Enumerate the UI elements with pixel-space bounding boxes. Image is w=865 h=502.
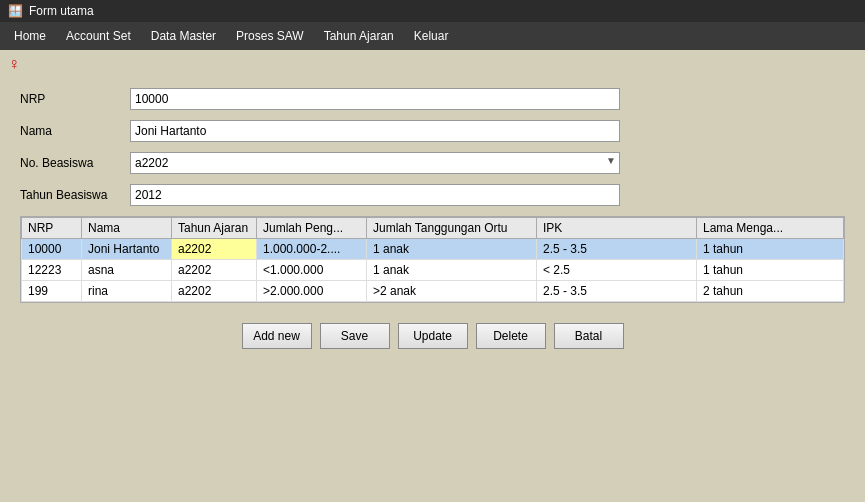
cell-jumlah_tanggungan: 1 anak [367,239,537,260]
menu-bar: Home Account Set Data Master Proses SAW … [0,22,865,50]
icon-bar: ♀ [0,50,865,78]
cell-tahun_ajaran: a2202 [172,281,257,302]
button-bar: Add new Save Update Delete Batal [20,313,845,355]
nama-row: Nama [20,120,845,142]
save-button[interactable]: Save [320,323,390,349]
cell-lama_menga: 2 tahun [697,281,844,302]
col-nrp: NRP [22,218,82,239]
no-beasiswa-label: No. Beasiswa [20,156,130,170]
cell-nama: rina [82,281,172,302]
title-bar: 🪟 Form utama [0,0,865,22]
delete-button[interactable]: Delete [476,323,546,349]
title-bar-text: Form utama [29,4,94,18]
cell-jumlah_peng: <1.000.000 [257,260,367,281]
cell-lama_menga: 1 tahun [697,260,844,281]
cell-nrp: 12223 [22,260,82,281]
nrp-input[interactable] [130,88,620,110]
col-lama-menga: Lama Menga... [697,218,844,239]
nrp-label: NRP [20,92,130,106]
tahun-beasiswa-input[interactable] [130,184,620,206]
col-ipk: IPK [537,218,697,239]
cell-tahun_ajaran: a2202 [172,260,257,281]
cell-nrp: 199 [22,281,82,302]
menu-proses-saw[interactable]: Proses SAW [226,25,314,47]
col-jumlah-tanggungan: Jumlah Tanggungan Ortu [367,218,537,239]
cell-ipk: 2.5 - 3.5 [537,281,697,302]
table-header-row: NRP Nama Tahun Ajaran Jumlah Peng... Jum… [22,218,844,239]
table-row[interactable]: 10000Joni Hartantoa22021.000.000-2....1 … [22,239,844,260]
add-new-button[interactable]: Add new [242,323,312,349]
main-content: NRP Nama No. Beasiswa a2202 Tahun Beasis… [0,78,865,365]
cell-lama_menga: 1 tahun [697,239,844,260]
table-row[interactable]: 199rinaa2202>2.000.000>2 anak2.5 - 3.52 … [22,281,844,302]
menu-account-set[interactable]: Account Set [56,25,141,47]
cell-nama: Joni Hartanto [82,239,172,260]
table-row[interactable]: 12223asnaa2202<1.000.0001 anak< 2.51 tah… [22,260,844,281]
cell-ipk: 2.5 - 3.5 [537,239,697,260]
col-jumlah-peng: Jumlah Peng... [257,218,367,239]
cell-jumlah_peng: >2.000.000 [257,281,367,302]
cell-nama: asna [82,260,172,281]
batal-button[interactable]: Batal [554,323,624,349]
cell-tahun_ajaran: a2202 [172,239,257,260]
tahun-beasiswa-label: Tahun Beasiswa [20,188,130,202]
data-table-container: NRP Nama Tahun Ajaran Jumlah Peng... Jum… [20,216,845,303]
menu-home[interactable]: Home [4,25,56,47]
col-nama: Nama [82,218,172,239]
no-beasiswa-row: No. Beasiswa a2202 [20,152,845,174]
nama-input[interactable] [130,120,620,142]
cell-jumlah_peng: 1.000.000-2.... [257,239,367,260]
no-beasiswa-select-wrapper: a2202 [130,152,620,174]
menu-tahun-ajaran[interactable]: Tahun Ajaran [314,25,404,47]
col-tahun-ajaran: Tahun Ajaran [172,218,257,239]
nrp-row: NRP [20,88,845,110]
cell-jumlah_tanggungan: >2 anak [367,281,537,302]
data-table: NRP Nama Tahun Ajaran Jumlah Peng... Jum… [21,217,844,302]
cell-nrp: 10000 [22,239,82,260]
update-button[interactable]: Update [398,323,468,349]
title-bar-icon: 🪟 [8,4,23,18]
no-beasiswa-select[interactable]: a2202 [130,152,620,174]
cell-jumlah_tanggungan: 1 anak [367,260,537,281]
menu-data-master[interactable]: Data Master [141,25,226,47]
user-icon: ♀ [8,55,20,73]
menu-keluar[interactable]: Keluar [404,25,459,47]
nama-label: Nama [20,124,130,138]
tahun-beasiswa-row: Tahun Beasiswa [20,184,845,206]
cell-ipk: < 2.5 [537,260,697,281]
